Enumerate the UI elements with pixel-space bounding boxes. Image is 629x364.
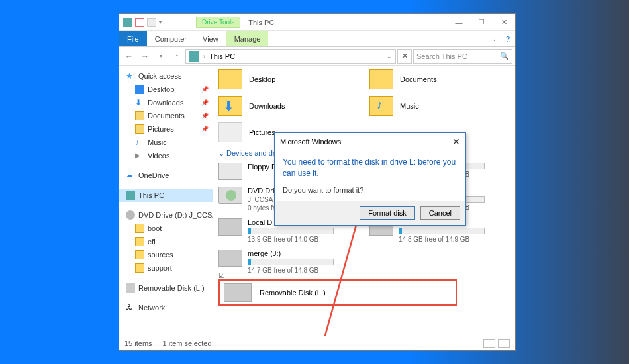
sidebar-desktop[interactable]: Desktop📌 xyxy=(119,83,213,96)
checkbox-icon[interactable]: ☑ xyxy=(218,271,225,280)
format-disk-button[interactable]: Format disk xyxy=(360,206,414,220)
sidebar-this-pc[interactable]: This PC xyxy=(119,189,213,202)
search-placeholder: Search This PC xyxy=(416,52,467,60)
pc-icon xyxy=(189,51,199,62)
music-icon xyxy=(135,138,144,147)
drive-removable-l[interactable]: ☑ Removable Disk (L:) xyxy=(218,279,457,306)
pin-icon: 📌 xyxy=(201,86,209,93)
pin-icon: 📌 xyxy=(201,126,209,132)
new-folder-icon[interactable] xyxy=(147,18,156,27)
format-disk-dialog: Microsoft Windows ✕ You need to format t… xyxy=(274,132,466,226)
ribbon-collapse-icon[interactable]: ⌄ xyxy=(489,31,501,46)
dvd-icon xyxy=(218,187,242,204)
forward-button[interactable]: → xyxy=(138,49,152,64)
folder-icon xyxy=(135,263,144,273)
sidebar-sources[interactable]: sources xyxy=(119,248,213,261)
sidebar-quick-access[interactable]: Quick access xyxy=(119,69,213,83)
pictures-icon xyxy=(135,124,144,134)
ribbon-tabs: File Computer View Manage ⌄ ? xyxy=(119,31,515,47)
desktop-icon xyxy=(135,85,144,94)
pin-icon: 📌 xyxy=(201,99,209,106)
dialog-title: Microsoft Windows xyxy=(280,138,341,146)
search-icon: 🔍 xyxy=(500,52,509,60)
address-dropdown-icon[interactable]: ⌄ xyxy=(383,53,395,60)
tab-manage[interactable]: Manage xyxy=(226,31,269,46)
sidebar-removable-disk[interactable]: Removable Disk (L:) xyxy=(119,281,213,295)
folder-downloads[interactable]: Downloads xyxy=(218,96,351,116)
tab-file[interactable]: File xyxy=(119,31,147,46)
chevron-right-icon[interactable]: › xyxy=(202,53,207,60)
sidebar-boot[interactable]: boot xyxy=(119,222,213,235)
dialog-titlebar: Microsoft Windows ✕ xyxy=(275,133,465,150)
address-bar[interactable]: › This PC ⌄ xyxy=(185,49,396,64)
sidebar-pictures[interactable]: Pictures📌 xyxy=(119,122,213,136)
folder-icon xyxy=(218,69,242,89)
tab-view[interactable]: View xyxy=(195,31,226,46)
navigation-bar: ← → ▾ ↑ › This PC ⌄ ✕ Search This PC 🔍 xyxy=(119,47,515,66)
dialog-main-text: You need to format the disk in drive L: … xyxy=(283,157,458,179)
pc-icon xyxy=(126,191,135,200)
sidebar-efi[interactable]: efi xyxy=(119,235,213,248)
music-folder-icon xyxy=(369,96,393,116)
cancel-button[interactable]: Cancel xyxy=(420,206,460,220)
folder-icon xyxy=(135,224,144,233)
folder-icon xyxy=(369,69,393,89)
sidebar-downloads[interactable]: Downloads📌 xyxy=(119,96,213,109)
star-icon xyxy=(126,71,135,81)
videos-icon xyxy=(135,151,144,160)
dialog-sub-text: Do you want to format it? xyxy=(283,186,458,194)
pc-icon xyxy=(123,18,132,27)
view-icons-button[interactable] xyxy=(498,339,510,348)
sidebar-network[interactable]: Network xyxy=(119,301,213,314)
help-icon[interactable]: ? xyxy=(501,31,515,46)
dialog-close-button[interactable]: ✕ xyxy=(452,136,460,147)
folder-icon xyxy=(135,237,144,246)
breadcrumb[interactable]: This PC xyxy=(207,52,238,60)
sidebar-support[interactable]: support xyxy=(119,261,213,275)
sidebar-videos[interactable]: Videos xyxy=(119,149,213,162)
qat-dropdown-icon[interactable]: ▾ xyxy=(159,19,162,25)
drive-icon xyxy=(218,250,242,267)
pin-icon: 📌 xyxy=(201,113,209,119)
downloads-folder-icon xyxy=(218,96,242,116)
folder-music[interactable]: Music xyxy=(369,96,502,116)
titlebar: ▾ Drive Tools This PC — ☐ ✕ xyxy=(119,14,515,31)
dvd-icon xyxy=(126,210,135,220)
quick-access-toolbar: ▾ xyxy=(119,18,166,27)
up-button[interactable]: ↑ xyxy=(169,49,184,64)
navigation-pane: Quick access Desktop📌 Downloads📌 Documen… xyxy=(119,66,213,336)
sidebar-documents[interactable]: Documents📌 xyxy=(119,109,213,122)
tab-computer[interactable]: Computer xyxy=(147,31,195,46)
status-bar: 15 items 1 item selected xyxy=(119,336,515,350)
maximize-button[interactable]: ☐ xyxy=(470,14,493,31)
pictures-folder-icon xyxy=(218,122,242,142)
drive-tools-tab[interactable]: Drive Tools xyxy=(196,17,240,28)
download-icon xyxy=(135,98,144,107)
selection-count: 1 item selected xyxy=(163,340,212,347)
removable-disk-icon xyxy=(224,283,252,302)
properties-icon[interactable] xyxy=(135,18,144,27)
drive-j[interactable]: merge (J:)14.7 GB free of 14.8 GB xyxy=(218,250,351,274)
floppy-icon xyxy=(218,163,242,180)
sidebar-onedrive[interactable]: OneDrive xyxy=(119,169,213,182)
documents-icon xyxy=(135,111,144,120)
folder-documents[interactable]: Documents xyxy=(369,69,502,89)
onedrive-icon xyxy=(126,171,135,180)
minimize-button[interactable]: — xyxy=(448,14,470,31)
refresh-button[interactable]: ✕ xyxy=(397,49,412,64)
sidebar-dvd-drive[interactable]: DVD Drive (D:) J_CCSA_… xyxy=(119,208,213,222)
folder-desktop[interactable]: Desktop xyxy=(218,69,351,89)
removable-disk-icon xyxy=(126,283,135,293)
window-title: This PC xyxy=(248,19,448,26)
recent-dropdown-icon[interactable]: ▾ xyxy=(154,49,168,64)
network-icon xyxy=(126,303,135,312)
search-input[interactable]: Search This PC 🔍 xyxy=(413,49,512,64)
view-details-button[interactable] xyxy=(483,339,495,348)
sidebar-music[interactable]: Music xyxy=(119,136,213,149)
drive-label: Removable Disk (L:) xyxy=(260,289,326,296)
item-count: 15 items xyxy=(124,340,152,347)
folder-icon xyxy=(135,250,144,259)
back-button[interactable]: ← xyxy=(122,49,136,64)
close-button[interactable]: ✕ xyxy=(493,14,515,31)
drive-icon xyxy=(218,218,242,236)
